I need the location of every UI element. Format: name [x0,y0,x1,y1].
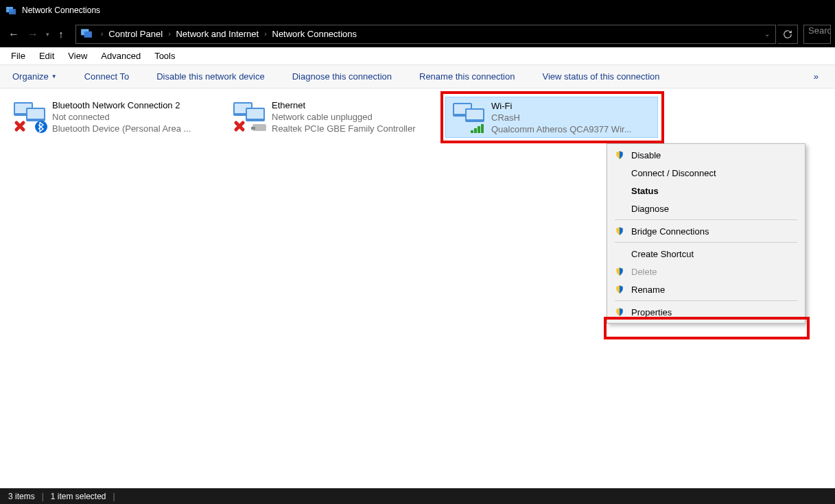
connection-item-ethernet[interactable]: Ethernet Network cable unplugged Realtek… [226,97,439,138]
app-icon [5,5,16,16]
menu-advanced[interactable]: Advanced [94,49,148,63]
ethernet-connection-icon [231,99,269,135]
ctx-rename[interactable]: Rename [609,280,803,298]
window-title: Network Connections [22,5,100,15]
connection-device: Bluetooth Device (Personal Area ... [52,123,191,134]
toolbar-organize[interactable]: Organize▼ [7,69,62,84]
shield-icon [613,226,626,236]
menu-edit[interactable]: Edit [32,49,61,63]
shield-icon [613,307,626,317]
breadcrumb-separator: › [168,30,170,38]
breadcrumb-item[interactable]: Network and Internet [174,29,260,39]
svg-rect-3 [84,32,92,38]
svg-rect-18 [467,110,483,119]
wifi-connection-icon [450,100,489,136]
search-input[interactable]: Search [803,25,831,44]
ctx-connect-disconnect[interactable]: Connect / Disconnect [609,164,803,182]
history-dropdown[interactable]: ▾ [43,31,52,38]
toolbar: Organize▼ Connect To Disable this networ… [0,65,835,88]
connection-device: Qualcomm Atheros QCA9377 Wir... [491,123,631,134]
shield-icon [613,267,626,276]
breadcrumb-root-icon [80,27,93,41]
connection-name: Ethernet [272,99,416,111]
connection-device: Realtek PCIe GBE Family Controller [272,123,416,134]
toolbar-disable[interactable]: Disable this network device [151,69,270,84]
address-bar[interactable]: › Control Panel › Network and Internet ›… [75,25,776,44]
ctx-separator [615,219,797,220]
ctx-status[interactable]: Status [609,182,803,200]
toolbar-rename[interactable]: Rename this connection [414,69,520,84]
svg-rect-20 [474,128,477,133]
svg-rect-22 [481,124,484,133]
connection-item-bluetooth[interactable]: Bluetooth Network Connection 2 Not conne… [7,97,220,138]
menubar: File Edit View Advanced Tools [0,47,835,65]
ctx-separator [615,242,797,243]
breadcrumb-separator: › [264,30,266,38]
toolbar-diagnose[interactable]: Diagnose this connection [287,69,397,84]
ctx-diagnose[interactable]: Diagnose [609,200,803,217]
statusbar: 3 items | 1 item selected | [0,488,835,504]
breadcrumb-separator: › [101,30,103,38]
ctx-create-shortcut[interactable]: Create Shortcut [609,245,803,263]
content-area[interactable]: Bluetooth Network Connection 2 Not conne… [0,88,835,488]
svg-rect-19 [471,130,473,133]
svg-rect-21 [478,126,480,133]
menu-tools[interactable]: Tools [148,49,182,63]
refresh-button[interactable] [777,25,798,44]
ctx-delete[interactable]: Delete [609,263,803,280]
forward-button[interactable]: → [23,25,43,44]
svg-rect-1 [9,9,16,14]
ctx-bridge[interactable]: Bridge Connections [609,222,803,240]
toolbar-view-status[interactable]: View status of this connection [537,69,665,84]
menu-file[interactable]: File [4,49,32,63]
connection-status: Not connected [52,111,191,123]
breadcrumb-item[interactable]: Network Connections [271,29,359,39]
connection-status: Network cable unplugged [272,111,416,123]
context-menu: Disable Connect / Disconnect Status Diag… [607,143,805,324]
status-selected-count: 1 item selected [51,492,106,501]
connection-name: Wi-Fi [491,100,631,112]
back-button[interactable]: ← [4,25,23,44]
ctx-properties[interactable]: Properties [609,303,803,321]
navbar: ← → ▾ ↑ › Control Panel › Network and In… [0,21,835,47]
bluetooth-connection-icon [11,99,49,135]
titlebar: Network Connections [0,0,835,21]
breadcrumb-item[interactable]: Control Panel [107,29,164,39]
address-dropdown[interactable]: ⌄ [764,30,770,38]
svg-rect-7 [27,109,44,119]
toolbar-connect-to[interactable]: Connect To [79,69,135,84]
connection-name: Bluetooth Network Connection 2 [52,99,191,111]
ctx-separator [615,300,797,301]
shield-icon [613,150,626,160]
svg-rect-12 [247,109,263,119]
svg-rect-14 [251,127,255,130]
up-button[interactable]: ↑ [52,28,70,40]
status-item-count: 3 items [8,492,35,501]
ctx-disable[interactable]: Disable [609,146,803,164]
toolbar-overflow[interactable]: » [808,69,824,84]
connection-item-wifi[interactable]: Wi-Fi CRasH Qualcomm Atheros QCA9377 Wir… [445,97,658,138]
shield-icon [613,285,626,294]
connection-status: CRasH [491,112,631,123]
menu-view[interactable]: View [61,49,94,63]
